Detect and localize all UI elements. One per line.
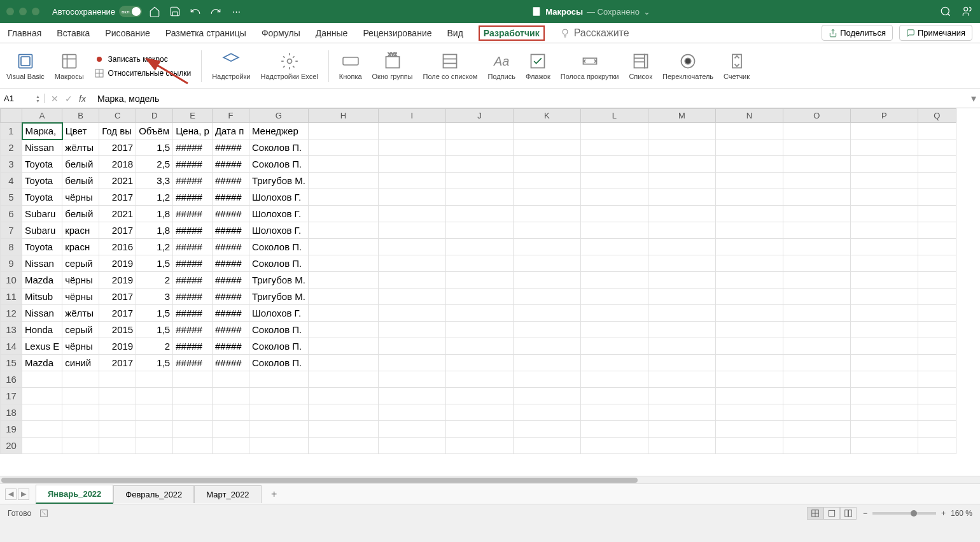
cell[interactable] [513,338,580,355]
cell[interactable]: Тригубов М. [249,173,308,189]
col-header-B[interactable]: B [62,109,99,123]
cell[interactable]: 2017 [99,289,136,305]
cell[interactable] [62,371,99,388]
macros-button[interactable]: Макросы [55,51,84,80]
cell[interactable] [513,388,580,404]
cell[interactable]: белый [62,173,99,189]
accessibility-icon[interactable] [39,508,49,518]
cell[interactable] [22,371,62,388]
col-header-I[interactable]: I [378,109,445,123]
cell[interactable]: Шолохов Г. [249,189,308,206]
cell[interactable] [378,388,445,404]
row-header-14[interactable]: 14 [1,338,22,355]
cell[interactable] [783,305,850,322]
cell[interactable] [378,239,445,255]
cell[interactable] [850,289,918,305]
cell[interactable]: Цвет [62,123,99,139]
autosave-toggle[interactable]: вкл. [119,6,142,17]
cell[interactable] [62,388,99,404]
cell[interactable] [378,206,445,222]
cell[interactable] [850,371,918,388]
cell[interactable] [136,438,173,454]
cell[interactable] [22,404,62,421]
cell[interactable] [648,222,715,239]
cell[interactable]: Тригубов М. [249,272,308,289]
cell[interactable] [918,289,956,305]
close-window-icon[interactable] [6,8,14,15]
cell[interactable] [648,305,715,322]
cell[interactable] [715,239,783,255]
form-checkbox-control[interactable]: Флажок [526,51,550,80]
cell[interactable] [62,404,99,421]
cell[interactable] [580,371,648,388]
cell[interactable]: 2 [136,272,173,289]
cell[interactable] [918,355,956,371]
expand-formula-bar-icon[interactable]: ▾ [967,92,980,104]
zoom-out-button[interactable]: − [863,509,867,518]
cell[interactable] [212,438,249,454]
cell[interactable] [173,421,213,438]
cell[interactable] [850,255,918,272]
cell[interactable] [648,255,715,272]
cell[interactable]: 1,8 [136,206,173,222]
cell[interactable] [918,388,956,404]
cell[interactable]: 2019 [99,338,136,355]
search-icon[interactable] [939,5,952,18]
addins-button[interactable]: Надстройки [212,51,250,80]
cell[interactable] [715,189,783,206]
cell[interactable] [648,404,715,421]
cell[interactable] [445,322,513,338]
cell[interactable]: Соколов П. [249,338,308,355]
zoom-in-button[interactable]: + [941,509,946,518]
cell[interactable]: Toyota [22,173,62,189]
cell[interactable] [308,371,378,388]
cell[interactable] [648,322,715,338]
col-header-A[interactable]: A [22,109,62,123]
cell[interactable] [445,272,513,289]
cell[interactable] [783,239,850,255]
relative-refs-button[interactable]: Относительные ссылки [94,68,192,78]
cell[interactable] [715,123,783,139]
sheet-tab-feb[interactable]: Февраль_2022 [113,485,194,503]
cell[interactable] [850,156,918,173]
cell[interactable] [378,173,445,189]
cell[interactable]: чёрны [62,289,99,305]
cell[interactable] [580,322,648,338]
cell[interactable] [378,338,445,355]
cell[interactable] [513,123,580,139]
cell[interactable] [648,371,715,388]
record-macro-button[interactable]: Записать макрос [94,54,192,64]
cell[interactable] [445,189,513,206]
cell[interactable] [445,404,513,421]
cell[interactable]: ##### [212,272,249,289]
cell[interactable] [783,322,850,338]
col-header-Q[interactable]: Q [918,109,956,123]
cell[interactable]: 2021 [99,206,136,222]
cell[interactable] [850,123,918,139]
name-box[interactable]: A1 ▲▼ [0,94,45,103]
cell[interactable]: ##### [173,173,213,189]
form-label-control[interactable]: Aa Подпись [487,51,515,80]
cell[interactable]: Шолохов Г. [249,305,308,322]
page-break-view-button[interactable] [840,507,857,520]
cell[interactable]: жёлты [62,139,99,156]
normal-view-button[interactable] [807,507,823,520]
cell[interactable] [715,173,783,189]
cell[interactable]: ##### [212,305,249,322]
cell[interactable]: Соколов П. [249,322,308,338]
cell[interactable]: 2019 [99,272,136,289]
cell[interactable] [580,388,648,404]
cell[interactable] [850,404,918,421]
tab-formulas[interactable]: Формулы [262,24,300,42]
cell[interactable]: ##### [173,139,213,156]
cell[interactable] [99,388,136,404]
cell[interactable] [378,255,445,272]
row-header-6[interactable]: 6 [1,206,22,222]
cell[interactable] [136,404,173,421]
cell[interactable] [918,206,956,222]
cell[interactable] [715,404,783,421]
cell[interactable]: Соколов П. [249,355,308,371]
cell[interactable]: 1,5 [136,305,173,322]
cell[interactable] [445,123,513,139]
cell[interactable] [715,272,783,289]
